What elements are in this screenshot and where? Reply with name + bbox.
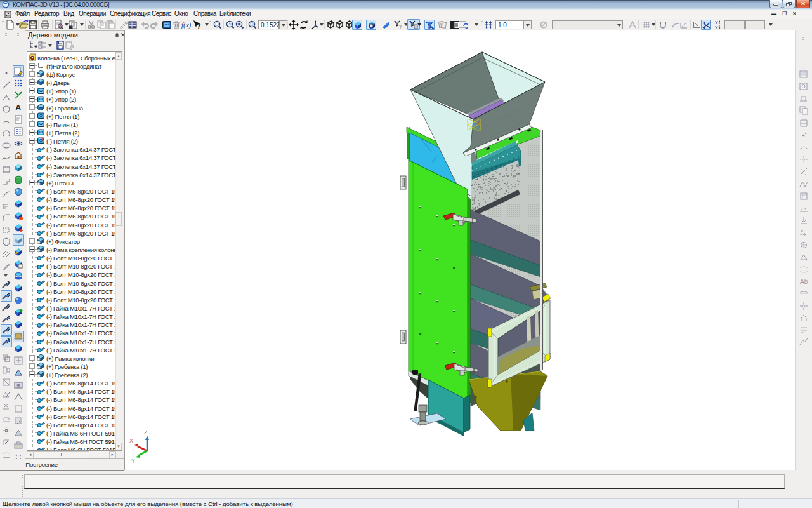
svg-text:f(x): f(x) xyxy=(181,21,191,29)
svg-text:X: X xyxy=(715,25,718,30)
svg-text:A: A xyxy=(15,103,22,112)
svg-text:X: X xyxy=(129,438,133,444)
svg-text:Y: Y xyxy=(131,458,135,464)
svg-text:Z: Z xyxy=(144,429,148,436)
svg-text:Y: Y xyxy=(715,20,718,25)
svg-text:R: R xyxy=(801,229,804,233)
svg-text:Ab: Ab xyxy=(800,278,808,285)
svg-text:?: ? xyxy=(197,22,201,30)
